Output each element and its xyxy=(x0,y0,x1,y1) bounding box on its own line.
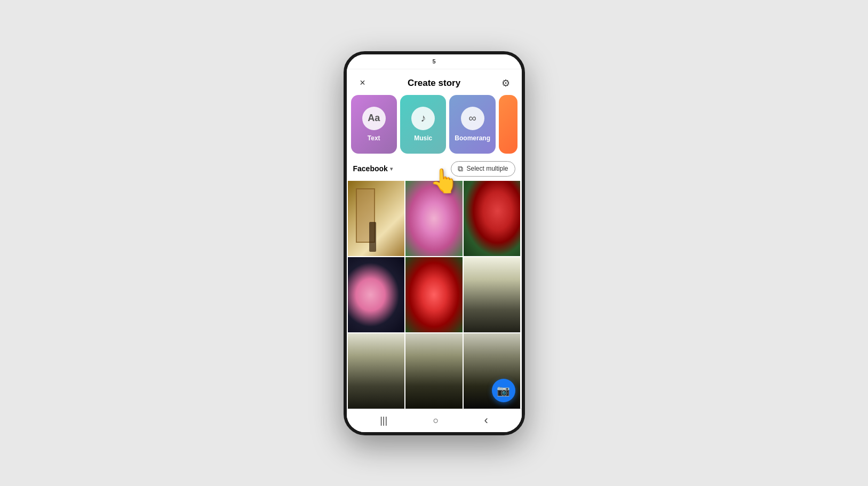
chevron-down-icon: ▾ xyxy=(390,166,393,172)
camera-icon: 📷 xyxy=(497,384,510,397)
photo-cell-3[interactable] xyxy=(464,181,521,256)
close-button[interactable]: × xyxy=(355,76,370,91)
photo-cell-5[interactable] xyxy=(405,257,463,332)
page-title: Create story xyxy=(408,78,460,89)
nav-bar: ||| ○ ‹ xyxy=(347,409,522,432)
toolbar: Facebook ▾ ⧉ Select multiple xyxy=(347,158,522,181)
music-option-label: Music xyxy=(414,134,432,142)
select-multiple-icon: ⧉ xyxy=(458,164,463,173)
photo-cell-6[interactable] xyxy=(464,257,521,332)
text-icon: Aa xyxy=(368,113,380,124)
gear-icon: ⚙ xyxy=(501,77,510,89)
photo-cell-8[interactable] xyxy=(405,333,463,409)
photo-cell-7[interactable] xyxy=(348,333,405,409)
story-option-extra[interactable] xyxy=(499,95,517,154)
music-icon-circle: ♪ xyxy=(411,107,435,130)
status-bar: 5 xyxy=(347,54,522,69)
source-label: Facebook xyxy=(353,164,388,173)
photo-grid xyxy=(347,181,522,409)
story-option-music[interactable]: ♪ Music xyxy=(400,95,446,154)
story-options-row: Aa Text ♪ Music ∞ Boomerang xyxy=(347,95,522,158)
header: × Create story ⚙ xyxy=(347,69,522,95)
settings-button[interactable]: ⚙ xyxy=(498,76,513,91)
photo-cell-1[interactable] xyxy=(348,181,405,256)
boomerang-icon: ∞ xyxy=(469,112,476,124)
nav-back-icon[interactable]: ‹ xyxy=(484,413,488,427)
story-option-text[interactable]: Aa Text xyxy=(351,95,397,154)
select-multiple-label: Select multiple xyxy=(466,165,508,172)
photo-cell-2[interactable] xyxy=(405,181,463,256)
text-option-label: Text xyxy=(368,134,380,142)
music-icon: ♪ xyxy=(420,112,426,124)
status-text: 5 xyxy=(432,58,435,65)
phone-frame: 5 × Create story ⚙ Aa Text ♪ xyxy=(344,51,525,435)
nav-home-icon[interactable]: ○ xyxy=(433,415,439,426)
app-screen: × Create story ⚙ Aa Text ♪ Music xyxy=(347,69,522,432)
source-dropdown[interactable]: Facebook ▾ xyxy=(353,164,393,173)
nav-recent-apps-icon[interactable]: ||| xyxy=(380,415,387,426)
boomerang-icon-circle: ∞ xyxy=(461,107,484,130)
text-icon-circle: Aa xyxy=(362,107,386,130)
camera-fab-button[interactable]: 📷 xyxy=(492,379,515,402)
photo-cell-4[interactable] xyxy=(348,257,405,332)
boomerang-option-label: Boomerang xyxy=(455,134,490,142)
select-multiple-button[interactable]: ⧉ Select multiple xyxy=(451,161,515,177)
story-option-boomerang[interactable]: ∞ Boomerang xyxy=(449,95,495,154)
